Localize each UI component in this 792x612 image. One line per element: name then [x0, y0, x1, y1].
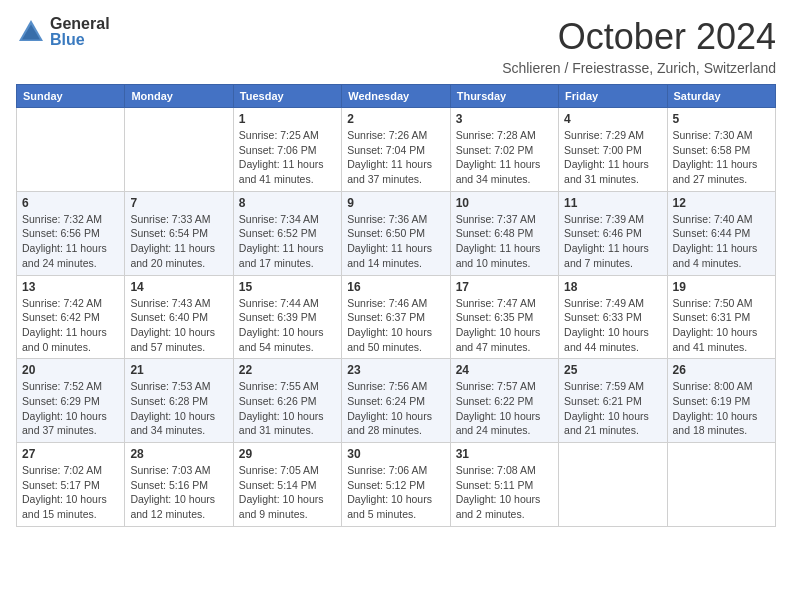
calendar-cell: 27Sunrise: 7:02 AMSunset: 5:17 PMDayligh…	[17, 443, 125, 527]
calendar-header-row: SundayMondayTuesdayWednesdayThursdayFrid…	[17, 85, 776, 108]
calendar-cell: 17Sunrise: 7:47 AMSunset: 6:35 PMDayligh…	[450, 275, 558, 359]
day-detail: Sunrise: 7:42 AMSunset: 6:42 PMDaylight:…	[22, 296, 119, 355]
page-header: General Blue October 2024 Schlieren / Fr…	[16, 16, 776, 76]
day-number: 5	[673, 112, 770, 126]
day-detail: Sunrise: 7:59 AMSunset: 6:21 PMDaylight:…	[564, 379, 661, 438]
day-detail: Sunrise: 7:25 AMSunset: 7:06 PMDaylight:…	[239, 128, 336, 187]
day-number: 31	[456, 447, 553, 461]
calendar-cell: 29Sunrise: 7:05 AMSunset: 5:14 PMDayligh…	[233, 443, 341, 527]
day-detail: Sunrise: 7:26 AMSunset: 7:04 PMDaylight:…	[347, 128, 444, 187]
logo-general: General	[50, 15, 110, 32]
calendar-cell	[125, 108, 233, 192]
day-number: 2	[347, 112, 444, 126]
day-number: 11	[564, 196, 661, 210]
calendar-cell: 9Sunrise: 7:36 AMSunset: 6:50 PMDaylight…	[342, 191, 450, 275]
calendar-cell: 13Sunrise: 7:42 AMSunset: 6:42 PMDayligh…	[17, 275, 125, 359]
day-detail: Sunrise: 7:55 AMSunset: 6:26 PMDaylight:…	[239, 379, 336, 438]
calendar-cell: 18Sunrise: 7:49 AMSunset: 6:33 PMDayligh…	[559, 275, 667, 359]
day-number: 30	[347, 447, 444, 461]
day-detail: Sunrise: 7:43 AMSunset: 6:40 PMDaylight:…	[130, 296, 227, 355]
day-number: 13	[22, 280, 119, 294]
day-detail: Sunrise: 7:08 AMSunset: 5:11 PMDaylight:…	[456, 463, 553, 522]
day-number: 15	[239, 280, 336, 294]
day-number: 19	[673, 280, 770, 294]
day-detail: Sunrise: 7:33 AMSunset: 6:54 PMDaylight:…	[130, 212, 227, 271]
day-detail: Sunrise: 7:32 AMSunset: 6:56 PMDaylight:…	[22, 212, 119, 271]
day-detail: Sunrise: 7:40 AMSunset: 6:44 PMDaylight:…	[673, 212, 770, 271]
calendar-cell: 1Sunrise: 7:25 AMSunset: 7:06 PMDaylight…	[233, 108, 341, 192]
day-detail: Sunrise: 7:56 AMSunset: 6:24 PMDaylight:…	[347, 379, 444, 438]
day-number: 28	[130, 447, 227, 461]
day-detail: Sunrise: 7:03 AMSunset: 5:16 PMDaylight:…	[130, 463, 227, 522]
day-number: 21	[130, 363, 227, 377]
calendar-cell: 2Sunrise: 7:26 AMSunset: 7:04 PMDaylight…	[342, 108, 450, 192]
calendar-cell: 20Sunrise: 7:52 AMSunset: 6:29 PMDayligh…	[17, 359, 125, 443]
calendar-cell: 5Sunrise: 7:30 AMSunset: 6:58 PMDaylight…	[667, 108, 775, 192]
calendar-cell: 28Sunrise: 7:03 AMSunset: 5:16 PMDayligh…	[125, 443, 233, 527]
day-number: 6	[22, 196, 119, 210]
calendar-week-row: 20Sunrise: 7:52 AMSunset: 6:29 PMDayligh…	[17, 359, 776, 443]
day-number: 7	[130, 196, 227, 210]
day-number: 20	[22, 363, 119, 377]
day-detail: Sunrise: 7:46 AMSunset: 6:37 PMDaylight:…	[347, 296, 444, 355]
day-number: 25	[564, 363, 661, 377]
calendar-table: SundayMondayTuesdayWednesdayThursdayFrid…	[16, 84, 776, 527]
calendar-cell: 14Sunrise: 7:43 AMSunset: 6:40 PMDayligh…	[125, 275, 233, 359]
day-detail: Sunrise: 7:28 AMSunset: 7:02 PMDaylight:…	[456, 128, 553, 187]
calendar-title: October 2024	[502, 16, 776, 58]
calendar-cell: 15Sunrise: 7:44 AMSunset: 6:39 PMDayligh…	[233, 275, 341, 359]
calendar-cell	[667, 443, 775, 527]
day-number: 23	[347, 363, 444, 377]
day-number: 10	[456, 196, 553, 210]
day-number: 9	[347, 196, 444, 210]
calendar-cell: 31Sunrise: 7:08 AMSunset: 5:11 PMDayligh…	[450, 443, 558, 527]
calendar-cell: 3Sunrise: 7:28 AMSunset: 7:02 PMDaylight…	[450, 108, 558, 192]
day-detail: Sunrise: 7:44 AMSunset: 6:39 PMDaylight:…	[239, 296, 336, 355]
calendar-week-row: 6Sunrise: 7:32 AMSunset: 6:56 PMDaylight…	[17, 191, 776, 275]
calendar-week-row: 1Sunrise: 7:25 AMSunset: 7:06 PMDaylight…	[17, 108, 776, 192]
day-number: 22	[239, 363, 336, 377]
day-detail: Sunrise: 7:50 AMSunset: 6:31 PMDaylight:…	[673, 296, 770, 355]
calendar-cell: 4Sunrise: 7:29 AMSunset: 7:00 PMDaylight…	[559, 108, 667, 192]
calendar-cell: 11Sunrise: 7:39 AMSunset: 6:46 PMDayligh…	[559, 191, 667, 275]
calendar-cell: 8Sunrise: 7:34 AMSunset: 6:52 PMDaylight…	[233, 191, 341, 275]
calendar-cell: 25Sunrise: 7:59 AMSunset: 6:21 PMDayligh…	[559, 359, 667, 443]
calendar-cell: 21Sunrise: 7:53 AMSunset: 6:28 PMDayligh…	[125, 359, 233, 443]
logo: General Blue	[16, 16, 110, 48]
day-number: 8	[239, 196, 336, 210]
day-number: 14	[130, 280, 227, 294]
day-number: 4	[564, 112, 661, 126]
day-number: 3	[456, 112, 553, 126]
day-of-week-header: Thursday	[450, 85, 558, 108]
day-detail: Sunrise: 7:34 AMSunset: 6:52 PMDaylight:…	[239, 212, 336, 271]
day-number: 26	[673, 363, 770, 377]
day-number: 29	[239, 447, 336, 461]
day-number: 12	[673, 196, 770, 210]
calendar-cell: 10Sunrise: 7:37 AMSunset: 6:48 PMDayligh…	[450, 191, 558, 275]
calendar-cell	[17, 108, 125, 192]
day-of-week-header: Sunday	[17, 85, 125, 108]
day-number: 27	[22, 447, 119, 461]
day-number: 17	[456, 280, 553, 294]
day-of-week-header: Monday	[125, 85, 233, 108]
day-detail: Sunrise: 7:47 AMSunset: 6:35 PMDaylight:…	[456, 296, 553, 355]
day-detail: Sunrise: 7:39 AMSunset: 6:46 PMDaylight:…	[564, 212, 661, 271]
calendar-cell: 26Sunrise: 8:00 AMSunset: 6:19 PMDayligh…	[667, 359, 775, 443]
calendar-subtitle: Schlieren / Freiestrasse, Zurich, Switze…	[502, 60, 776, 76]
calendar-week-row: 27Sunrise: 7:02 AMSunset: 5:17 PMDayligh…	[17, 443, 776, 527]
day-number: 18	[564, 280, 661, 294]
calendar-cell: 12Sunrise: 7:40 AMSunset: 6:44 PMDayligh…	[667, 191, 775, 275]
day-of-week-header: Friday	[559, 85, 667, 108]
calendar-week-row: 13Sunrise: 7:42 AMSunset: 6:42 PMDayligh…	[17, 275, 776, 359]
day-detail: Sunrise: 7:49 AMSunset: 6:33 PMDaylight:…	[564, 296, 661, 355]
calendar-cell: 24Sunrise: 7:57 AMSunset: 6:22 PMDayligh…	[450, 359, 558, 443]
day-number: 24	[456, 363, 553, 377]
logo-icon	[16, 17, 46, 47]
day-detail: Sunrise: 7:05 AMSunset: 5:14 PMDaylight:…	[239, 463, 336, 522]
day-detail: Sunrise: 7:52 AMSunset: 6:29 PMDaylight:…	[22, 379, 119, 438]
calendar-cell: 19Sunrise: 7:50 AMSunset: 6:31 PMDayligh…	[667, 275, 775, 359]
day-detail: Sunrise: 7:37 AMSunset: 6:48 PMDaylight:…	[456, 212, 553, 271]
day-detail: Sunrise: 7:57 AMSunset: 6:22 PMDaylight:…	[456, 379, 553, 438]
day-number: 16	[347, 280, 444, 294]
day-detail: Sunrise: 7:06 AMSunset: 5:12 PMDaylight:…	[347, 463, 444, 522]
